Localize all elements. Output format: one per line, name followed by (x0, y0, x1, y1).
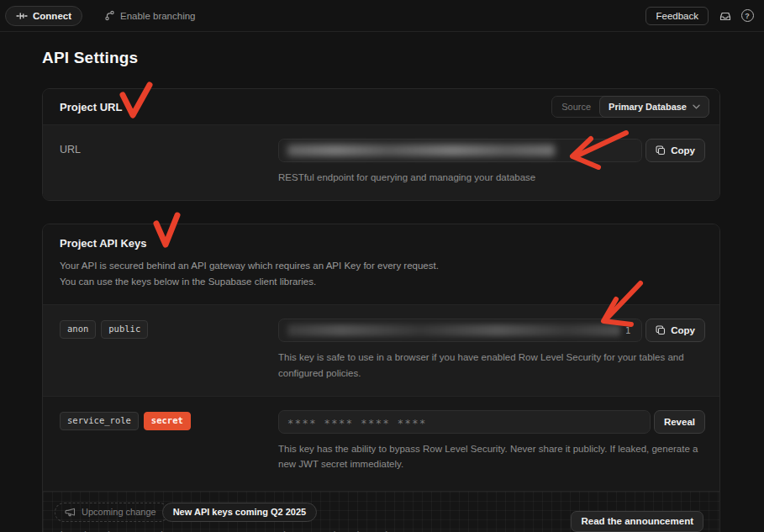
enable-branching-button[interactable]: Enable branching (96, 6, 204, 26)
chevron-down-icon (693, 104, 700, 109)
service-role-content: **** **** **** **** Reveal This key has … (278, 410, 705, 472)
anon-key-tail: 1 (625, 325, 631, 336)
feedback-label: Feedback (656, 11, 698, 21)
feedback-button[interactable]: Feedback (645, 7, 709, 25)
api-keys-title: Project API Keys (60, 237, 703, 250)
anon-key-field[interactable]: 1 (278, 319, 642, 342)
anon-badge: anon (60, 320, 96, 339)
url-description: RESTful endpoint for querying and managi… (278, 170, 698, 185)
upcoming-change-group: Upcoming change New API keys coming Q2 2… (55, 503, 429, 522)
upcoming-change-footer: Upcoming change New API keys coming Q2 2… (43, 491, 719, 532)
copy-label: Copy (671, 325, 695, 335)
anon-copy-button[interactable]: Copy (645, 319, 705, 342)
copy-label: Copy (671, 145, 695, 155)
source-select: Source Primary Database (551, 96, 709, 118)
megaphone-icon (65, 508, 76, 517)
anon-description: This key is safe to use in a browser if … (278, 350, 698, 381)
source-dropdown[interactable]: Primary Database (599, 96, 709, 118)
upcoming-change-label: Upcoming change (82, 507, 156, 517)
source-label: Source (552, 102, 600, 112)
api-keys-description-line1: Your API is secured behind an API gatewa… (60, 261, 439, 271)
service-role-badges: service_role secret (60, 410, 278, 472)
topbar-right: Feedback ? (645, 4, 757, 28)
api-keys-header: Project API Keys Your API is secured beh… (43, 224, 719, 304)
public-badge: public (101, 320, 148, 339)
help-icon: ? (741, 9, 754, 22)
api-keys-card: Project API Keys Your API is secured beh… (42, 224, 720, 532)
enable-branching-label: Enable branching (120, 11, 196, 21)
help-button[interactable]: ? (737, 4, 757, 28)
service-role-badge: service_role (60, 412, 139, 430)
service-role-key-field[interactable]: **** **** **** **** (278, 410, 651, 434)
api-settings-screen: Connect Enable branching Feedback (0, 0, 764, 532)
project-url-card: Project URL Source Primary Database URL (42, 88, 720, 201)
url-copy-button[interactable]: Copy (645, 139, 705, 162)
read-announcement-label: Read the announcement (581, 516, 693, 526)
service-role-description: This key has the ability to bypass Row L… (278, 441, 698, 472)
anon-key-redacted-value (287, 324, 620, 336)
api-keys-description: Your API is secured behind an API gatewa… (60, 258, 703, 289)
inbox-button[interactable] (714, 4, 737, 28)
project-url-title: Project URL (60, 101, 122, 113)
source-value: Primary Database (609, 102, 687, 112)
url-redacted-value (287, 145, 555, 156)
service-role-key-row: service_role secret **** **** **** **** … (43, 396, 719, 491)
branch-icon (104, 10, 115, 21)
reveal-label: Reveal (664, 417, 695, 427)
anon-content: 1 Copy This key is safe (278, 319, 705, 381)
upcoming-change-title: New API keys coming Q2 2025 (162, 503, 318, 522)
url-field[interactable] (278, 139, 642, 162)
url-row: URL Copy (43, 124, 719, 200)
connect-label: Connect (33, 11, 71, 21)
connect-button[interactable]: Connect (5, 6, 82, 26)
upcoming-change-left: Upcoming change New API keys coming Q2 2… (55, 503, 429, 532)
anon-key-row: anon public 1 (43, 304, 719, 396)
copy-icon (656, 325, 666, 335)
service-role-masked-value: **** **** **** **** (287, 414, 427, 429)
url-content: Copy RESTful endpoint for querying and m… (278, 139, 705, 185)
inbox-icon (719, 10, 732, 22)
topbar-left: Connect Enable branching (5, 6, 204, 26)
url-label: URL (60, 139, 278, 185)
secret-badge: secret (144, 412, 191, 430)
page-title: API Settings (42, 48, 720, 68)
api-keys-description-line2: You can use the keys below in the Supaba… (60, 277, 316, 287)
project-url-header: Project URL Source Primary Database (43, 89, 719, 124)
plug-icon (16, 10, 28, 22)
reveal-button[interactable]: Reveal (654, 410, 705, 434)
read-announcement-button[interactable]: Read the announcement (571, 511, 703, 532)
topbar: Connect Enable branching Feedback (0, 0, 764, 32)
anon-badges: anon public (60, 319, 278, 381)
upcoming-change-pill: Upcoming change (55, 503, 169, 522)
main-content: API Settings Project URL Source Primary … (42, 32, 720, 532)
copy-icon (656, 145, 666, 155)
